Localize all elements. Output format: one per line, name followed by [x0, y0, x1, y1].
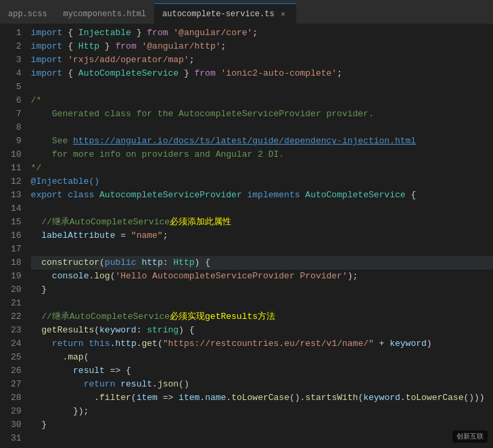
code-line-11: */: [31, 161, 493, 175]
line-num-9: 9: [11, 134, 22, 148]
tab-label-autocomplete-service: autocomplete-service.ts: [162, 9, 275, 19]
code-line-3: import 'rxjs/add/operator/map';: [31, 53, 493, 67]
line-num-11: 11: [11, 161, 22, 175]
line-num-32: 32: [11, 445, 22, 448]
tab-close-button[interactable]: ✕: [279, 9, 288, 19]
code-line-31: [31, 432, 493, 445]
code-content: import { Injectable } from '@angular/cor…: [28, 24, 493, 448]
code-line-5: [31, 80, 493, 94]
line-num-13: 13: [11, 189, 22, 202]
code-line-7: Generated class for the AutocompleteServ…: [31, 107, 493, 121]
line-num-6: 6: [11, 94, 22, 107]
code-line-10: for more info on providers and Angular 2…: [31, 148, 493, 161]
line-num-27: 27: [11, 378, 22, 391]
code-line-26: result => {: [31, 364, 493, 378]
tab-label-app-scss: app.scss: [8, 9, 47, 19]
editor-wrapper: app.scss mycomponents.html autocomplete-…: [0, 0, 493, 448]
line-num-7: 7: [11, 107, 22, 121]
code-line-8: [31, 121, 493, 134]
code-line-29: });: [31, 405, 493, 418]
line-num-30: 30: [11, 418, 22, 432]
line-numbers: 1 2 3 4 5 6 7 8 9 10 11 12 13 14 15 16 1…: [0, 24, 28, 448]
code-line-19: console.log('Hello AutocompleteServicePr…: [31, 270, 493, 283]
code-line-14: [31, 202, 493, 216]
line-num-26: 26: [11, 364, 22, 378]
line-num-10: 10: [11, 148, 22, 161]
line-num-22: 22: [11, 310, 22, 324]
code-line-30: }: [31, 418, 493, 432]
line-num-4: 4: [11, 67, 22, 80]
line-num-29: 29: [11, 405, 22, 418]
tab-app-scss[interactable]: app.scss: [0, 3, 55, 24]
line-num-23: 23: [11, 324, 22, 337]
line-num-12: 12: [11, 175, 22, 189]
line-num-5: 5: [11, 80, 22, 94]
code-line-22: //继承AutoCompleteService必须实现getResults方法: [31, 310, 493, 324]
code-line-17: [31, 243, 493, 256]
code-line-2: import { Http } from '@angular/http';: [31, 40, 493, 53]
line-num-19: 19: [11, 270, 22, 283]
code-line-15: //继承AutoCompleteService必须添加此属性: [31, 216, 493, 229]
code-line-25: .map(: [31, 351, 493, 364]
code-line-20: }: [31, 283, 493, 297]
line-num-18: 18: [11, 256, 22, 270]
line-num-1: 1: [11, 26, 22, 40]
tab-autocomplete-service[interactable]: autocomplete-service.ts ✕: [154, 3, 296, 24]
code-line-9: See https://angular.io/docs/ts/latest/gu…: [31, 134, 493, 148]
tab-label-mycomponents: mycomponents.html: [64, 9, 146, 19]
line-num-15: 15: [11, 216, 22, 229]
code-line-24: return this.http.get("https://restcountr…: [31, 337, 493, 351]
tab-mycomponents[interactable]: mycomponents.html: [55, 3, 154, 24]
editor-container: app.scss mycomponents.html autocomplete-…: [0, 0, 493, 448]
watermark: 创新互联: [452, 430, 488, 443]
watermark-text: 创新互联: [456, 433, 484, 441]
line-num-16: 16: [11, 229, 22, 243]
code-area: 1 2 3 4 5 6 7 8 9 10 11 12 13 14 15 16 1…: [0, 24, 493, 448]
code-line-16: labelAttribute = "name";: [31, 229, 493, 243]
code-line-32: }: [31, 445, 493, 448]
line-num-2: 2: [11, 40, 22, 53]
line-num-24: 24: [11, 337, 22, 351]
code-line-12: @Injectable(): [31, 175, 493, 189]
code-line-13: export class AutocompleteServiceProvider…: [31, 189, 493, 202]
line-num-20: 20: [11, 283, 22, 297]
code-line-4: import { AutoCompleteService } from 'ion…: [31, 67, 493, 80]
code-line-6: /*: [31, 94, 493, 107]
line-num-25: 25: [11, 351, 22, 364]
line-num-17: 17: [11, 243, 22, 256]
code-line-23: getResults(keyword: string) {: [31, 324, 493, 337]
line-num-14: 14: [11, 202, 22, 216]
code-line-21: [31, 297, 493, 310]
code-line-28: .filter(item => item.name.toLowerCase().…: [31, 391, 493, 405]
line-num-28: 28: [11, 391, 22, 405]
line-num-31: 31: [11, 432, 22, 445]
code-line-1: import { Injectable } from '@angular/cor…: [31, 26, 493, 40]
line-num-21: 21: [11, 297, 22, 310]
tab-bar: app.scss mycomponents.html autocomplete-…: [0, 0, 493, 24]
line-num-3: 3: [11, 53, 22, 67]
line-num-8: 8: [11, 121, 22, 134]
code-line-27: return result.json(): [31, 378, 493, 391]
code-line-18: constructor(public http: Http) {: [31, 256, 493, 270]
